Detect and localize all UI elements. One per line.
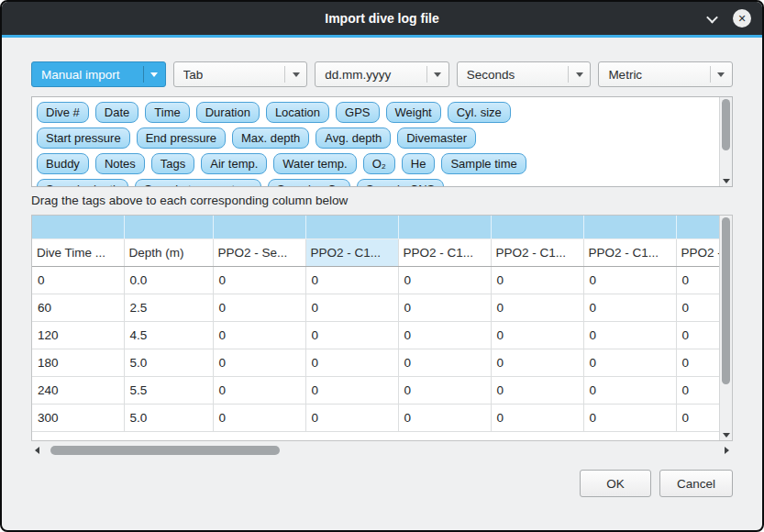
table-cell: 5.0 — [124, 349, 213, 376]
table-cell: 0 — [491, 376, 583, 404]
combo-value: Seconds — [467, 68, 569, 82]
column-header[interactable]: PPO2 - C1... — [305, 238, 398, 266]
drop-target-cell[interactable] — [124, 216, 213, 238]
table-row: 1204.5000000 — [32, 321, 719, 349]
tag-pill[interactable]: Tags — [151, 153, 194, 174]
scrollbar-thumb[interactable] — [50, 446, 280, 455]
chevron-down-icon — [285, 72, 306, 77]
titlebar-icons: ✕ — [704, 2, 751, 35]
import-preview-table: Dive Time ...Depth (m)PPO2 - Se...PPO2 -… — [31, 215, 733, 441]
tag-list: Dive #DateTimeDurationLocationGPSWeightC… — [32, 97, 719, 186]
table-cell: 5.5 — [124, 376, 213, 404]
table-cell: 0 — [398, 376, 491, 404]
tag-pill[interactable]: Divemaster — [397, 127, 476, 149]
tag-pill[interactable]: Sample time — [441, 153, 526, 174]
tag-pill[interactable]: Dive # — [37, 102, 89, 123]
chevron-down-icon — [711, 72, 732, 77]
table-cell: 0 — [491, 294, 583, 321]
table-cell: 60 — [32, 294, 124, 321]
table-cell: 0 — [583, 321, 676, 349]
tag-pill[interactable]: Sample depth — [37, 179, 128, 186]
field-separator-combo[interactable]: Tab — [173, 61, 308, 87]
drop-target-cell[interactable] — [491, 216, 583, 238]
window-title: Import dive log file — [2, 11, 762, 26]
table-cell: 0 — [491, 266, 583, 294]
cancel-button[interactable]: Cancel — [659, 470, 733, 497]
scrollbar-thumb[interactable] — [722, 99, 730, 150]
tag-pill[interactable]: GPS — [336, 102, 379, 123]
table-cell: 0 — [305, 294, 398, 321]
column-header[interactable]: Depth (m) — [124, 238, 213, 266]
table-cell: 300 — [32, 404, 124, 431]
tag-area-scrollbar[interactable] — [719, 97, 732, 186]
chevron-down-icon — [427, 72, 448, 77]
tag-row: BuddyNotesTagsAir temp.Water temp.O₂HeSa… — [37, 153, 715, 174]
table-cell: 0 — [398, 404, 491, 431]
table-cell: 0 — [213, 321, 305, 349]
column-header[interactable]: PPO2 - C1... — [583, 238, 676, 266]
table-cell: 180 — [32, 349, 124, 376]
drop-target-cell[interactable] — [676, 216, 719, 238]
drop-target-cell[interactable] — [213, 216, 305, 238]
tag-pill[interactable]: Max. depth — [232, 127, 309, 149]
duration-format-combo[interactable]: Seconds — [457, 61, 592, 87]
table-body: 00.0000000602.50000001204.50000001805.00… — [32, 266, 719, 431]
scroll-down-icon[interactable] — [723, 179, 730, 183]
import-mode-combo[interactable]: Manual import — [31, 61, 166, 87]
combo-value: Tab — [183, 68, 285, 82]
table-scrollbar[interactable] — [719, 216, 732, 440]
tag-pill[interactable]: Air temp. — [201, 153, 267, 174]
tag-pill[interactable]: Notes — [95, 153, 145, 174]
tag-pill[interactable]: Buddy — [37, 153, 89, 174]
tag-pill[interactable]: Time — [145, 102, 189, 123]
table-row: 3005.0000000 — [32, 404, 719, 431]
scroll-down-icon[interactable] — [723, 433, 730, 438]
table-cell: 0 — [676, 376, 719, 404]
tag-pill[interactable]: Sample pO₂ — [268, 179, 350, 186]
table-cell: 0 — [213, 404, 305, 431]
drop-target-cell[interactable] — [305, 216, 398, 238]
table-cell: 0 — [32, 266, 124, 294]
drop-target-cell[interactable] — [398, 216, 491, 238]
tag-pill[interactable]: End pressure — [137, 127, 226, 149]
titlebar[interactable]: Import dive log file ✕ — [2, 2, 762, 35]
dialog-content: Manual importTabdd.mm.yyyySecondsMetric … — [2, 38, 762, 530]
tag-pill[interactable]: Date — [95, 102, 138, 123]
tag-pill[interactable]: Sample temperature — [135, 179, 261, 186]
close-icon[interactable]: ✕ — [733, 9, 751, 28]
table-cell: 0 — [305, 266, 398, 294]
tag-pill[interactable]: Avg. depth — [316, 127, 391, 149]
tag-pill[interactable]: He — [402, 153, 436, 174]
column-header[interactable]: PPO2 - C1... — [676, 238, 719, 266]
column-header[interactable]: PPO2 - Se... — [213, 238, 305, 266]
column-header[interactable]: PPO2 - C1... — [491, 238, 583, 266]
tag-pill[interactable]: Duration — [196, 102, 260, 123]
tag-pill[interactable]: Weight — [386, 102, 441, 123]
tag-pill[interactable]: O₂ — [363, 153, 395, 174]
chevron-down-icon — [144, 72, 165, 77]
chevron-down-icon — [569, 72, 590, 77]
tag-area: Dive #DateTimeDurationLocationGPSWeightC… — [31, 96, 733, 187]
tag-row: Start pressureEnd pressureMax. depthAvg.… — [37, 127, 715, 149]
table-row: 602.5000000 — [32, 294, 719, 321]
table-cell: 0 — [305, 321, 398, 349]
chevron-down-icon[interactable] — [704, 11, 719, 26]
column-header[interactable]: Dive Time ... — [32, 238, 124, 266]
tag-pill[interactable]: Location — [266, 102, 329, 123]
scrollbar-thumb[interactable] — [722, 217, 730, 384]
date-format-combo[interactable]: dd.mm.yyyy — [315, 61, 449, 87]
drop-target-cell[interactable] — [583, 216, 676, 238]
tag-row: Dive #DateTimeDurationLocationGPSWeightC… — [37, 102, 715, 123]
horizontal-scrollbar[interactable] — [31, 444, 733, 457]
ok-button[interactable]: OK — [580, 470, 651, 497]
tag-pill[interactable]: Water temp. — [273, 153, 356, 174]
units-combo[interactable]: Metric — [598, 61, 733, 87]
tag-pill[interactable]: Start pressure — [37, 127, 130, 149]
scroll-right-icon[interactable] — [725, 447, 729, 454]
table-cell: 0.0 — [124, 266, 213, 294]
tag-pill[interactable]: Sample CNS — [357, 179, 444, 186]
tag-pill[interactable]: Cyl. size — [448, 102, 511, 123]
column-header[interactable]: PPO2 - C1... — [398, 238, 491, 266]
drop-target-cell[interactable] — [32, 216, 124, 238]
scroll-left-icon[interactable] — [35, 447, 39, 454]
